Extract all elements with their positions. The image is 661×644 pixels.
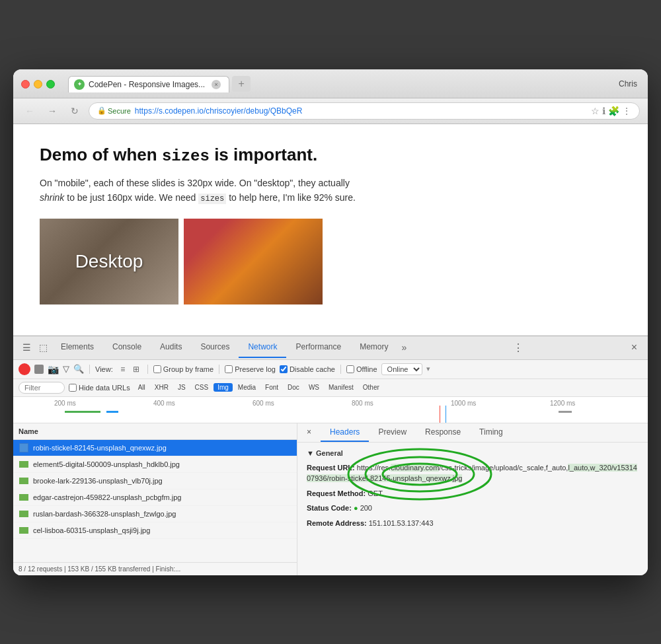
tab-network[interactable]: Network [239, 337, 286, 358]
tab-close-button[interactable]: × [212, 80, 221, 89]
status-code-label: Status Code: [307, 504, 352, 512]
status-code-row: Status Code: ● 200 [307, 503, 639, 514]
img-icon-0 [19, 443, 28, 452]
disable-cache-checkbox[interactable] [280, 365, 288, 373]
preserve-log-checkbox[interactable] [225, 365, 233, 373]
filter-input[interactable] [19, 382, 65, 394]
detail-tab-headers[interactable]: Headers [321, 423, 369, 442]
filter-xhr[interactable]: XHR [151, 383, 173, 392]
timeline-marker-red [440, 406, 440, 423]
timeline-marker-grey [559, 411, 572, 413]
refresh-button[interactable]: ↻ [66, 102, 83, 120]
filter-all[interactable]: All [134, 383, 149, 392]
search-button[interactable]: 🔍 [73, 364, 84, 374]
tab-title: CodePen - Responsive Images... [89, 80, 205, 89]
tab-sources[interactable]: Sources [191, 337, 239, 358]
secure-badge: 🔒 Secure [97, 106, 131, 115]
filter-css[interactable]: CSS [191, 383, 213, 392]
filter-other[interactable]: Other [359, 383, 383, 392]
detail-close[interactable]: × [297, 423, 321, 442]
extensions-icon[interactable]: 🧩 [608, 106, 619, 116]
more-icon[interactable]: ⋮ [622, 106, 631, 116]
close-button[interactable] [21, 80, 30, 89]
preserve-log-label: Preserve log [225, 365, 276, 373]
timeline-bars [53, 406, 648, 423]
devtools-inspect-icon[interactable]: ⬚ [35, 337, 52, 358]
nav-bar: ← → ↻ 🔒 Secure https://s.codepen.io/chri… [13, 98, 648, 124]
status-code-value: ● 200 [354, 504, 372, 512]
file-item-5[interactable]: cel-lisboa-60315-unsplash_qsji9j.jpg [13, 522, 297, 539]
image-2 [184, 219, 323, 304]
filter-manifest[interactable]: Manifest [325, 383, 358, 392]
filter-doc[interactable]: Doc [284, 383, 303, 392]
detail-tab-bar: × Headers Preview Response Timing [297, 423, 648, 443]
file-icon-5 [19, 525, 29, 536]
filter-js[interactable]: JS [174, 383, 190, 392]
devtools-dock-icon[interactable]: ☰ [19, 337, 35, 358]
timeline-bar-blue [106, 411, 118, 413]
filter-media[interactable]: Media [234, 383, 260, 392]
tab-console[interactable]: Console [103, 337, 151, 358]
file-name-2: brooke-lark-229136-unsplash_vlb70j.jpg [33, 477, 163, 485]
img-icon-2 [19, 478, 28, 484]
offline-checkbox[interactable] [346, 365, 354, 373]
grid-view-icon[interactable]: ⊞ [130, 363, 142, 375]
request-method-label: Request Method: [307, 489, 366, 497]
request-url-row: Request URL: https://res.cloudinary.com/… [307, 462, 639, 484]
filter-row: Hide data URLs All XHR JS CSS Img Media … [13, 379, 648, 397]
filter-font[interactable]: Font [261, 383, 282, 392]
file-name-5: cel-lisboa-60315-unsplash_qsji9j.jpg [33, 526, 150, 534]
tab-memory[interactable]: Memory [350, 337, 397, 358]
address-bar[interactable]: 🔒 Secure https://s.codepen.io/chriscoyie… [89, 102, 640, 120]
file-list-header: Name [13, 423, 297, 440]
file-item-1[interactable]: element5-digital-500009-unsplash_hdklb0.… [13, 456, 297, 473]
img-icon-3 [19, 494, 28, 501]
request-url-value: https://res.cloudinary.com/css-tricks/im… [307, 464, 637, 483]
detail-content: ▼ General Request URL: https://res.cloud… [297, 443, 648, 540]
hide-data-urls-checkbox[interactable] [69, 384, 77, 392]
desktop-overlay-label: Desktop [75, 251, 143, 272]
record-button[interactable] [19, 363, 30, 375]
devtools-close-button[interactable]: × [626, 336, 642, 359]
detail-tab-timing[interactable]: Timing [470, 423, 512, 442]
devtools-tab-bar: ☰ ⬚ Elements Console Audits Sources Netw… [13, 336, 648, 360]
tab-performance[interactable]: Performance [286, 337, 350, 358]
file-item-0[interactable]: robin-stickel-82145-unsplash_qnexwz.jpg [13, 440, 297, 456]
browser-window: ✦ CodePen - Responsive Images... × + Chr… [13, 69, 648, 575]
stop-button[interactable] [34, 365, 44, 374]
timeline-row: 200 ms 400 ms 600 ms 800 ms 1000 ms 1200… [13, 397, 648, 423]
list-view-icon[interactable]: ≡ [117, 363, 129, 375]
forward-button[interactable]: → [44, 102, 61, 120]
tab-audits[interactable]: Audits [151, 337, 191, 358]
back-button[interactable]: ← [21, 102, 38, 120]
main-panel: Name robin-stickel-82145-unsplash_qnexwz… [13, 423, 648, 575]
throttle-select[interactable]: Online [381, 363, 422, 375]
remote-address-value: 151.101.53.137:443 [369, 519, 434, 527]
filter-button[interactable]: ▽ [63, 364, 69, 374]
view-icons: ≡ ⊞ [117, 363, 142, 375]
bookmark-icon[interactable]: ☆ [591, 106, 600, 116]
tab-favicon: ✦ [74, 79, 85, 90]
group-by-frame-checkbox[interactable] [153, 365, 161, 373]
minimize-button[interactable] [34, 80, 42, 89]
request-method-value: GET [368, 489, 383, 497]
tab-elements[interactable]: Elements [52, 337, 103, 358]
file-icon-1 [19, 459, 29, 470]
more-tabs-button[interactable]: » [398, 337, 411, 358]
maximize-button[interactable] [46, 80, 55, 89]
devtools-menu-button[interactable]: ⋮ [508, 336, 529, 359]
filter-img[interactable]: Img [214, 383, 233, 392]
new-tab-button[interactable]: + [232, 76, 251, 92]
filter-ws[interactable]: WS [305, 383, 323, 392]
remote-address-label: Remote Address: [307, 519, 367, 527]
file-item-3[interactable]: edgar-castrejon-459822-unsplash_pcbgfm.j… [13, 489, 297, 506]
timeline-marker-blue [446, 406, 446, 423]
detail-tab-response[interactable]: Response [416, 423, 470, 442]
active-tab[interactable]: ✦ CodePen - Responsive Images... × [68, 76, 229, 92]
separator-1 [89, 365, 90, 374]
file-item-2[interactable]: brooke-lark-229136-unsplash_vlb70j.jpg [13, 473, 297, 489]
screenshot-button[interactable]: 📷 [48, 364, 59, 375]
info-icon[interactable]: ℹ [602, 106, 605, 116]
detail-tab-preview[interactable]: Preview [369, 423, 416, 442]
file-item-4[interactable]: ruslan-bardash-366328-unsplash_fzwlgo.jp… [13, 506, 297, 522]
